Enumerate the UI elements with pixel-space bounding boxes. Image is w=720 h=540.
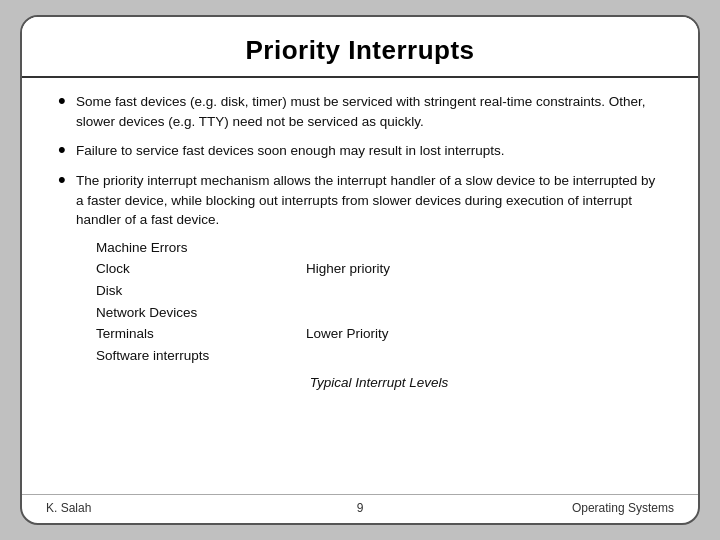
priority-higher xyxy=(306,238,672,258)
interrupt-level-software: Software interrupts xyxy=(86,346,306,366)
slide: Priority Interrupts • Some fast devices … xyxy=(20,15,700,525)
bullet-text-1: Some fast devices (e.g. disk, timer) mus… xyxy=(76,92,662,131)
interrupt-table-inner: Machine Errors Clock Higher priority Dis… xyxy=(86,238,672,365)
interrupt-table: Machine Errors Clock Higher priority Dis… xyxy=(86,238,672,393)
bullet-text-3: The priority interrupt mechanism allows … xyxy=(76,171,662,393)
interrupt-level-clock: Clock xyxy=(86,259,306,279)
typical-label: Typical Interrupt Levels xyxy=(86,373,672,393)
bullet-text-2: Failure to service fast devices soon eno… xyxy=(76,141,662,161)
footer-course: Operating Systems xyxy=(465,501,674,515)
bullet-list: • Some fast devices (e.g. disk, timer) m… xyxy=(58,92,662,393)
footer-page-number: 9 xyxy=(255,501,464,515)
priority-higher-clock: Higher priority xyxy=(306,259,672,279)
bullet-item-3: • The priority interrupt mechanism allow… xyxy=(58,171,662,393)
interrupt-level-disk: Disk xyxy=(86,281,306,301)
interrupt-level-terminals: Terminals xyxy=(86,324,306,344)
slide-body: • Some fast devices (e.g. disk, timer) m… xyxy=(22,78,698,494)
bullet-dot-3: • xyxy=(58,169,76,191)
bullet-item-2: • Failure to service fast devices soon e… xyxy=(58,141,662,161)
slide-title: Priority Interrupts xyxy=(52,35,668,66)
priority-lower: Lower Priority xyxy=(306,324,672,344)
interrupt-level-machine-errors: Machine Errors xyxy=(86,238,306,258)
bullet-item-1: • Some fast devices (e.g. disk, timer) m… xyxy=(58,92,662,131)
footer-author: K. Salah xyxy=(46,501,255,515)
slide-footer: K. Salah 9 Operating Systems xyxy=(22,494,698,523)
bullet-dot-2: • xyxy=(58,139,76,161)
bullet-dot-1: • xyxy=(58,90,76,112)
interrupt-level-network: Network Devices xyxy=(86,303,306,323)
slide-header: Priority Interrupts xyxy=(22,17,698,78)
